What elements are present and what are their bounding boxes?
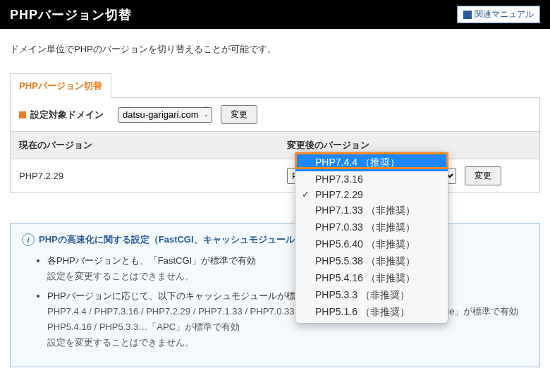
page-title: PHPバージョン切替 bbox=[10, 6, 132, 23]
info-list: 各PHPバージョンとも、「FastCGI」が標準で有効 設定を変更することはでき… bbox=[22, 253, 528, 351]
version-option[interactable]: PHP5.6.40 （非推奨） bbox=[295, 236, 448, 253]
domain-select-wrap: datsu-garigari.com bbox=[111, 107, 212, 123]
book-icon bbox=[463, 11, 472, 19]
version-option[interactable]: PHP5.1.6 （非推奨） bbox=[295, 304, 448, 321]
domain-select[interactable]: datsu-garigari.com bbox=[118, 107, 212, 123]
bullet-icon bbox=[19, 111, 26, 118]
info-1a: 各PHPバージョンとも、「FastCGI」が標準で有効 bbox=[47, 255, 256, 266]
version-option[interactable]: PHP7.2.29 bbox=[295, 187, 448, 202]
info-title-row: i PHPの高速化に関する設定（FastCGI、キャッシュモジュール）は、標準で… bbox=[22, 233, 528, 246]
manual-link-label: 関連マニュアル bbox=[475, 8, 534, 20]
info-box: i PHPの高速化に関する設定（FastCGI、キャッシュモジュール）は、標準で… bbox=[10, 223, 540, 367]
version-option[interactable]: PHP7.0.33 （非推奨） bbox=[295, 219, 448, 236]
version-change-button[interactable]: 変更 bbox=[465, 166, 501, 185]
content-area: ドメイン単位でPHPのバージョンを切り替えることが可能です。 PHPバージョン切… bbox=[0, 29, 550, 203]
version-dropdown-menu[interactable]: PHP7.4.4 （推奨）PHP7.3.16PHP7.2.29PHP7.1.33… bbox=[295, 152, 448, 324]
manual-link-button[interactable]: 関連マニュアル bbox=[457, 6, 540, 23]
tab-label: PHPバージョン切替 bbox=[19, 80, 102, 91]
version-table-header: 現在のバージョン 変更後のバージョン bbox=[11, 132, 539, 159]
tab-php-version[interactable]: PHPバージョン切替 bbox=[10, 73, 111, 98]
col-header-current: 現在のバージョン bbox=[11, 132, 279, 159]
info-icon: i bbox=[22, 233, 35, 246]
info-item-1: 各PHPバージョンとも、「FastCGI」が標準で有効 設定を変更することはでき… bbox=[47, 253, 528, 284]
page-header: PHPバージョン切替 関連マニュアル bbox=[0, 0, 550, 29]
version-option[interactable]: PHP5.4.16 （非推奨） bbox=[295, 270, 448, 287]
version-table-row: PHP7.2.29 PHP7.2.29 変更 bbox=[11, 159, 539, 192]
current-version-value: PHP7.2.29 bbox=[11, 164, 279, 188]
page-description: ドメイン単位でPHPのバージョンを切り替えることが可能です。 bbox=[10, 43, 540, 56]
version-option[interactable]: PHP7.1.33 （非推奨） bbox=[295, 202, 448, 219]
settings-panel: 設定対象ドメイン datsu-garigari.com 変更 現在のバージョン … bbox=[10, 97, 540, 193]
version-option[interactable]: PHP5.3.3 （非推奨） bbox=[295, 287, 448, 304]
version-option[interactable]: PHP7.3.16 bbox=[295, 171, 448, 187]
info-2d: 設定を変更することはできません。 bbox=[47, 337, 194, 348]
info-1b: 設定を変更することはできません。 bbox=[47, 271, 194, 281]
page-root: PHPバージョン切替 関連マニュアル ドメイン単位でPHPのバージョンを切り替え… bbox=[0, 0, 550, 367]
domain-label: 設定対象ドメイン bbox=[30, 109, 104, 121]
domain-row: 設定対象ドメイン datsu-garigari.com 変更 bbox=[11, 98, 539, 132]
info-2c: PHP5.4.16 / PHP5.3.3…「APC」が標準で有効 bbox=[47, 321, 240, 332]
domain-change-button[interactable]: 変更 bbox=[221, 105, 257, 124]
version-option[interactable]: PHP5.5.38 （非推奨） bbox=[295, 253, 448, 270]
version-option[interactable]: PHP7.4.4 （推奨） bbox=[295, 154, 448, 171]
info-item-2: PHPバージョンに応じて、以下のキャッシュモジュールが標準で有効になります。 P… bbox=[47, 288, 528, 350]
